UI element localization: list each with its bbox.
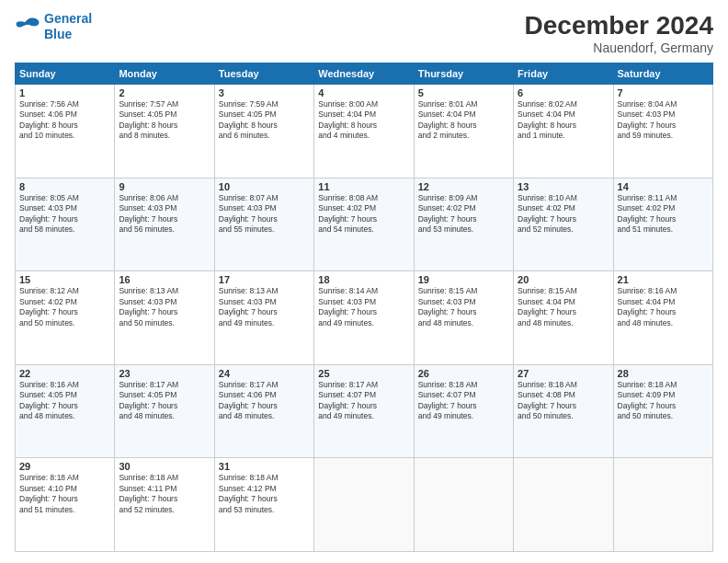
calendar-cell: 9Sunrise: 8:06 AM Sunset: 4:03 PM Daylig… (115, 178, 214, 271)
calendar-cell: 2Sunrise: 7:57 AM Sunset: 4:05 PM Daylig… (115, 85, 214, 178)
day-number: 29 (19, 461, 110, 472)
calendar-cell: 29Sunrise: 8:18 AM Sunset: 4:10 PM Dayli… (16, 458, 115, 552)
day-info: Sunrise: 8:09 AM Sunset: 4:02 PM Dayligh… (418, 193, 509, 236)
day-info: Sunrise: 8:07 AM Sunset: 4:03 PM Dayligh… (219, 193, 310, 236)
calendar-page: General Blue December 2024 Nauendorf, Ge… (0, 0, 728, 563)
day-number: 6 (518, 87, 609, 98)
day-number: 12 (418, 181, 509, 192)
calendar-cell: 17Sunrise: 8:13 AM Sunset: 4:03 PM Dayli… (214, 271, 313, 365)
day-header-sunday: Sunday (16, 63, 115, 85)
header: General Blue December 2024 Nauendorf, Ge… (15, 11, 713, 55)
day-number: 9 (119, 181, 210, 192)
calendar-cell (414, 458, 513, 552)
day-number: 20 (518, 274, 609, 285)
calendar-header-row: SundayMondayTuesdayWednesdayThursdayFrid… (16, 63, 713, 85)
calendar-cell: 6Sunrise: 8:02 AM Sunset: 4:04 PM Daylig… (514, 85, 613, 178)
day-info: Sunrise: 8:08 AM Sunset: 4:02 PM Dayligh… (318, 193, 409, 236)
day-info: Sunrise: 8:10 AM Sunset: 4:02 PM Dayligh… (518, 193, 609, 236)
day-header-thursday: Thursday (414, 63, 513, 85)
day-number: 14 (618, 181, 709, 192)
calendar-cell: 26Sunrise: 8:18 AM Sunset: 4:07 PM Dayli… (414, 364, 513, 458)
calendar-cell: 27Sunrise: 8:18 AM Sunset: 4:08 PM Dayli… (514, 364, 613, 458)
calendar-cell: 7Sunrise: 8:04 AM Sunset: 4:03 PM Daylig… (613, 85, 712, 178)
day-info: Sunrise: 8:01 AM Sunset: 4:04 PM Dayligh… (418, 99, 509, 142)
day-number: 24 (219, 368, 310, 379)
day-info: Sunrise: 7:59 AM Sunset: 4:05 PM Dayligh… (219, 99, 310, 142)
calendar-cell: 20Sunrise: 8:15 AM Sunset: 4:04 PM Dayli… (514, 271, 613, 365)
calendar-cell: 12Sunrise: 8:09 AM Sunset: 4:02 PM Dayli… (414, 178, 513, 271)
calendar-cell: 10Sunrise: 8:07 AM Sunset: 4:03 PM Dayli… (214, 178, 313, 271)
day-info: Sunrise: 8:18 AM Sunset: 4:08 PM Dayligh… (518, 380, 609, 422)
calendar-cell: 24Sunrise: 8:17 AM Sunset: 4:06 PM Dayli… (214, 364, 313, 458)
day-info: Sunrise: 8:14 AM Sunset: 4:03 PM Dayligh… (318, 286, 409, 328)
logo-icon (15, 17, 40, 37)
day-info: Sunrise: 8:12 AM Sunset: 4:02 PM Dayligh… (19, 286, 110, 328)
calendar-cell: 31Sunrise: 8:18 AM Sunset: 4:12 PM Dayli… (214, 458, 313, 552)
calendar-cell (514, 458, 613, 552)
calendar-cell: 28Sunrise: 8:18 AM Sunset: 4:09 PM Dayli… (613, 364, 712, 458)
day-number: 5 (418, 87, 509, 98)
day-header-monday: Monday (115, 63, 214, 85)
calendar-cell: 22Sunrise: 8:16 AM Sunset: 4:05 PM Dayli… (16, 364, 115, 458)
calendar-cell: 19Sunrise: 8:15 AM Sunset: 4:03 PM Dayli… (414, 271, 513, 365)
day-info: Sunrise: 8:17 AM Sunset: 4:06 PM Dayligh… (219, 380, 310, 422)
day-info: Sunrise: 7:57 AM Sunset: 4:05 PM Dayligh… (119, 99, 210, 142)
day-info: Sunrise: 8:18 AM Sunset: 4:07 PM Dayligh… (418, 380, 509, 422)
day-header-friday: Friday (514, 63, 613, 85)
day-number: 30 (119, 461, 210, 472)
calendar-cell: 21Sunrise: 8:16 AM Sunset: 4:04 PM Dayli… (613, 271, 712, 365)
day-number: 26 (418, 368, 509, 379)
day-number: 17 (219, 274, 310, 285)
day-number: 10 (219, 181, 310, 192)
day-info: Sunrise: 8:06 AM Sunset: 4:03 PM Dayligh… (119, 193, 210, 236)
day-info: Sunrise: 8:18 AM Sunset: 4:10 PM Dayligh… (19, 473, 110, 515)
calendar-cell: 14Sunrise: 8:11 AM Sunset: 4:02 PM Dayli… (613, 178, 712, 271)
calendar-cell: 13Sunrise: 8:10 AM Sunset: 4:02 PM Dayli… (514, 178, 613, 271)
month-title: December 2024 (525, 11, 713, 40)
day-info: Sunrise: 8:13 AM Sunset: 4:03 PM Dayligh… (119, 286, 210, 328)
day-number: 4 (318, 87, 409, 98)
calendar-cell: 8Sunrise: 8:05 AM Sunset: 4:03 PM Daylig… (16, 178, 115, 271)
calendar-cell: 23Sunrise: 8:17 AM Sunset: 4:05 PM Dayli… (115, 364, 214, 458)
day-info: Sunrise: 8:00 AM Sunset: 4:04 PM Dayligh… (318, 99, 409, 142)
day-info: Sunrise: 8:11 AM Sunset: 4:02 PM Dayligh… (618, 193, 709, 236)
day-info: Sunrise: 7:56 AM Sunset: 4:06 PM Dayligh… (19, 99, 110, 142)
day-number: 21 (618, 274, 709, 285)
calendar-cell: 18Sunrise: 8:14 AM Sunset: 4:03 PM Dayli… (314, 271, 414, 365)
day-number: 31 (219, 461, 310, 472)
day-info: Sunrise: 8:17 AM Sunset: 4:07 PM Dayligh… (318, 380, 409, 422)
calendar-week-row: 1Sunrise: 7:56 AM Sunset: 4:06 PM Daylig… (16, 85, 713, 178)
day-header-saturday: Saturday (613, 63, 712, 85)
calendar-week-row: 8Sunrise: 8:05 AM Sunset: 4:03 PM Daylig… (16, 178, 713, 271)
logo: General Blue (15, 11, 92, 42)
calendar-cell (613, 458, 712, 552)
calendar-cell: 16Sunrise: 8:13 AM Sunset: 4:03 PM Dayli… (115, 271, 214, 365)
day-header-tuesday: Tuesday (214, 63, 313, 85)
calendar-week-row: 22Sunrise: 8:16 AM Sunset: 4:05 PM Dayli… (16, 364, 713, 458)
day-number: 23 (119, 368, 210, 379)
day-header-wednesday: Wednesday (314, 63, 414, 85)
calendar-cell: 11Sunrise: 8:08 AM Sunset: 4:02 PM Dayli… (314, 178, 414, 271)
day-info: Sunrise: 8:18 AM Sunset: 4:12 PM Dayligh… (219, 473, 310, 515)
calendar-cell: 4Sunrise: 8:00 AM Sunset: 4:04 PM Daylig… (314, 85, 414, 178)
calendar-cell: 5Sunrise: 8:01 AM Sunset: 4:04 PM Daylig… (414, 85, 513, 178)
day-number: 13 (518, 181, 609, 192)
day-info: Sunrise: 8:02 AM Sunset: 4:04 PM Dayligh… (518, 99, 609, 142)
calendar-cell: 3Sunrise: 7:59 AM Sunset: 4:05 PM Daylig… (214, 85, 313, 178)
title-section: December 2024 Nauendorf, Germany (525, 11, 713, 55)
day-number: 22 (19, 368, 110, 379)
day-number: 15 (19, 274, 110, 285)
day-info: Sunrise: 8:16 AM Sunset: 4:05 PM Dayligh… (19, 380, 110, 422)
day-number: 8 (19, 181, 110, 192)
calendar-week-row: 15Sunrise: 8:12 AM Sunset: 4:02 PM Dayli… (16, 271, 713, 365)
day-number: 27 (518, 368, 609, 379)
day-info: Sunrise: 8:04 AM Sunset: 4:03 PM Dayligh… (618, 99, 709, 142)
calendar-cell: 30Sunrise: 8:18 AM Sunset: 4:11 PM Dayli… (115, 458, 214, 552)
day-info: Sunrise: 8:15 AM Sunset: 4:04 PM Dayligh… (518, 286, 609, 328)
day-number: 11 (318, 181, 409, 192)
day-info: Sunrise: 8:05 AM Sunset: 4:03 PM Dayligh… (19, 193, 110, 236)
calendar-cell: 15Sunrise: 8:12 AM Sunset: 4:02 PM Dayli… (16, 271, 115, 365)
day-number: 1 (19, 87, 110, 98)
day-number: 25 (318, 368, 409, 379)
day-info: Sunrise: 8:18 AM Sunset: 4:11 PM Dayligh… (119, 473, 210, 515)
